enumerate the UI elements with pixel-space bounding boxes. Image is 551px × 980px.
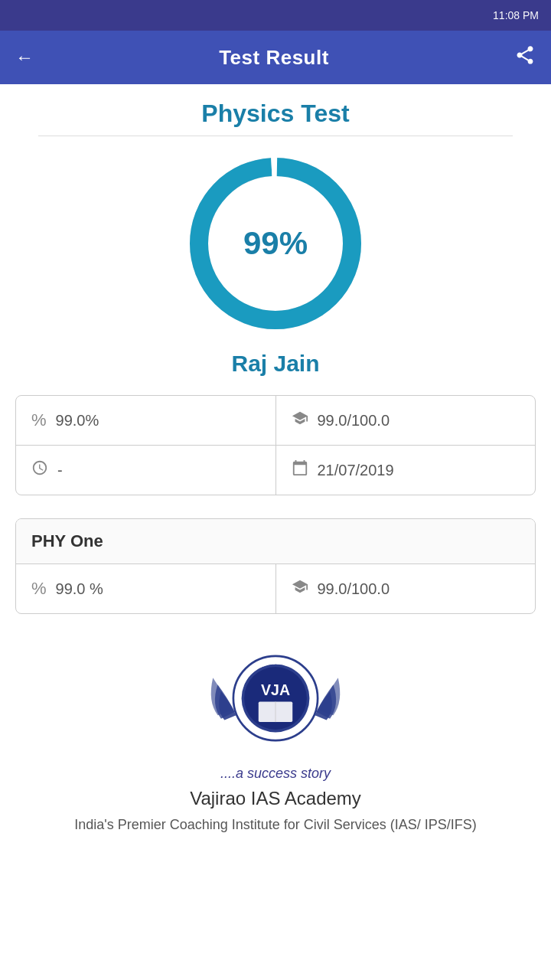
clock-icon xyxy=(31,459,48,481)
header: ← Test Result xyxy=(0,31,551,84)
stats-card: % 99.0% 99.0/100.0 - xyxy=(15,395,536,495)
subject-percentage: 99.0 % xyxy=(56,580,103,598)
divider xyxy=(38,136,513,136)
subject-percentage-icon: % xyxy=(31,579,47,599)
stats-date: 21/07/2019 xyxy=(318,462,394,479)
academy-name: Vajirao IAS Academy xyxy=(190,788,361,809)
svg-text:VJA: VJA xyxy=(261,681,290,698)
stats-time: - xyxy=(57,462,63,479)
status-bar: 11:08 PM xyxy=(0,0,551,31)
header-title: Test Result xyxy=(219,46,329,70)
score-percentage: 99% xyxy=(243,225,308,262)
percentage-icon: % xyxy=(31,410,47,430)
academy-tagline: ....a success story xyxy=(220,766,331,782)
stats-percentage: 99.0% xyxy=(56,412,99,430)
stats-time-cell: - xyxy=(16,446,276,495)
subject-percentage-cell: % 99.0 % xyxy=(16,564,276,613)
stats-row-2: - 21/07/2019 xyxy=(16,446,535,495)
academy-logo: VJA VAJIRAO IAS ACADEMY xyxy=(207,637,344,760)
stats-date-cell: 21/07/2019 xyxy=(276,446,536,495)
subject-card: PHY One % 99.0 % 99.0/100.0 xyxy=(15,518,536,614)
marks-icon xyxy=(292,410,308,431)
donut-chart: 99% xyxy=(184,152,367,335)
student-name: Raj Jain xyxy=(15,351,536,377)
test-title: Physics Test xyxy=(15,100,536,128)
back-button[interactable]: ← xyxy=(15,47,34,68)
subject-row: % 99.0 % 99.0/100.0 xyxy=(16,564,535,613)
stats-percentage-cell: % 99.0% xyxy=(16,396,276,445)
stats-marks-cell: 99.0/100.0 xyxy=(276,396,536,445)
donut-chart-container: 99% xyxy=(15,152,536,335)
subject-name: PHY One xyxy=(16,519,535,564)
stats-row-1: % 99.0% 99.0/100.0 xyxy=(16,396,535,446)
subject-marks: 99.0/100.0 xyxy=(318,580,390,598)
subject-marks-icon xyxy=(292,578,308,599)
status-time: 11:08 PM xyxy=(493,9,539,21)
academy-description: India's Premier Coaching Institute for C… xyxy=(74,815,477,835)
subject-marks-cell: 99.0/100.0 xyxy=(276,564,536,613)
main-content: Physics Test 99% Raj Jain % 99.0% xyxy=(0,84,551,858)
calendar-icon xyxy=(292,459,308,481)
stats-marks: 99.0/100.0 xyxy=(318,412,390,430)
share-button[interactable] xyxy=(514,44,536,70)
academy-section: VJA VAJIRAO IAS ACADEMY ....a success st… xyxy=(15,637,536,835)
